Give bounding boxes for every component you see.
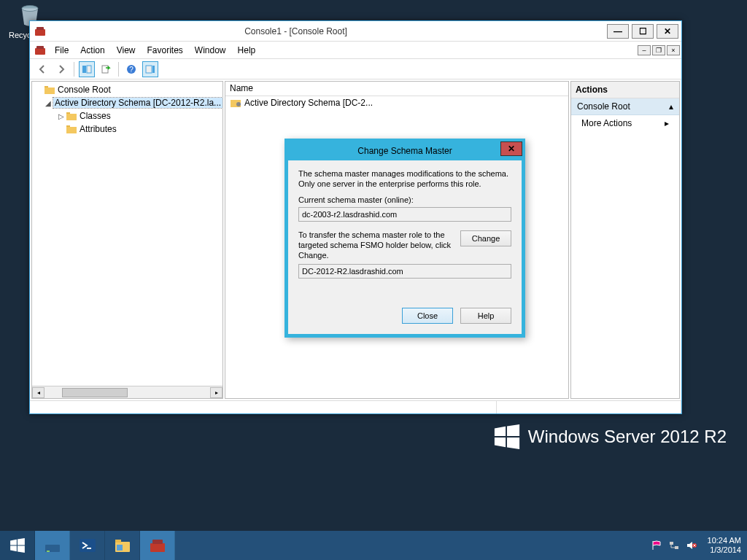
maximize-button[interactable]: ☐ <box>632 24 654 39</box>
tree-console-root[interactable]: Console Root <box>35 83 222 96</box>
actions-pane: Actions Console Root ▴ More Actions ▸ <box>570 81 680 399</box>
svg-marker-23 <box>495 427 506 436</box>
collapse-icon: ▴ <box>669 101 673 112</box>
dialog-close-button[interactable]: ✕ <box>500 141 522 156</box>
menu-view[interactable]: View <box>111 44 142 57</box>
mdi-restore-button[interactable]: ❐ <box>652 45 665 55</box>
list-item-label: Active Directory Schema [DC-2... <box>244 98 373 108</box>
tree-attributes[interactable]: Attributes <box>35 122 222 136</box>
desktop: Recycle Bin Console1 - [Console Root] — … <box>0 0 747 560</box>
svg-marker-30 <box>18 546 25 553</box>
taskbar-powershell[interactable] <box>70 531 105 560</box>
folder-icon <box>66 124 77 134</box>
titlebar[interactable]: Console1 - [Console Root] — ☐ ✕ <box>30 21 681 42</box>
svg-rect-5 <box>36 46 44 49</box>
taskbar-mmc[interactable] <box>140 531 175 560</box>
menu-window[interactable]: Window <box>189 44 232 57</box>
tray-flag-icon[interactable] <box>651 540 662 551</box>
expander-icon[interactable]: ◢ <box>45 99 51 107</box>
expander-icon[interactable]: ▷ <box>57 112 66 120</box>
dialog-intro-text: The schema master manages modifications … <box>298 169 511 190</box>
svg-text:?: ? <box>129 66 133 74</box>
close-dialog-button[interactable]: Close <box>402 308 453 324</box>
taskbar-server-manager[interactable] <box>35 531 70 560</box>
tree-label: Console Root <box>58 85 111 95</box>
svg-rect-37 <box>117 545 123 551</box>
mdi-minimize-button[interactable]: – <box>638 45 651 55</box>
clock-date: 1/3/2014 <box>708 545 741 555</box>
menu-file[interactable]: File <box>49 44 74 57</box>
submenu-arrow-icon: ▸ <box>665 118 669 128</box>
change-button[interactable]: Change <box>460 230 511 246</box>
help-dialog-button[interactable]: Help <box>460 308 511 324</box>
scrollbar-thumb[interactable] <box>62 388 128 397</box>
export-list-button[interactable] <box>98 61 114 77</box>
svg-rect-40 <box>670 542 673 545</box>
taskbar: 10:24 AM 1/3/2014 <box>0 531 747 560</box>
tray-network-icon[interactable] <box>668 540 680 551</box>
status-cell <box>497 401 681 413</box>
dialog-titlebar[interactable]: Change Schema Master ✕ <box>287 141 522 160</box>
tree-classes[interactable]: ▷ Classes <box>35 109 222 122</box>
menu-action[interactable]: Action <box>74 44 110 57</box>
actions-more-actions[interactable]: More Actions ▸ <box>571 115 679 131</box>
help-button[interactable]: ? <box>123 61 139 77</box>
current-master-label: Current schema master (online): <box>298 195 511 206</box>
scroll-left-button[interactable]: ◂ <box>32 387 44 398</box>
ad-schema-icon <box>230 98 241 108</box>
mdi-close-button[interactable]: × <box>667 45 680 55</box>
svg-rect-11 <box>146 66 152 73</box>
minimize-button[interactable]: — <box>607 24 629 39</box>
folder-icon <box>66 111 77 121</box>
svg-rect-33 <box>47 551 50 552</box>
svg-rect-4 <box>35 48 45 55</box>
actions-section-header[interactable]: Console Root ▴ <box>571 98 679 115</box>
menu-help[interactable]: Help <box>232 44 262 57</box>
svg-marker-29 <box>10 546 17 552</box>
horizontal-scrollbar[interactable]: ◂ ▸ <box>32 386 222 398</box>
svg-rect-20 <box>66 127 77 133</box>
os-watermark: Windows Server 2012 R2 <box>493 423 727 451</box>
actions-title: Actions <box>571 82 679 98</box>
windows-logo-icon <box>493 423 521 451</box>
statusbar <box>30 400 681 413</box>
column-header-name[interactable]: Name <box>225 82 568 96</box>
taskbar-explorer[interactable] <box>105 531 140 560</box>
svg-marker-24 <box>507 424 519 436</box>
list-item[interactable]: Active Directory Schema [DC-2... <box>225 96 568 109</box>
dialog-title: Change Schema Master <box>357 146 452 156</box>
toolbar: ? <box>30 59 681 79</box>
menu-favorites[interactable]: Favorites <box>142 44 189 57</box>
svg-rect-14 <box>44 88 55 94</box>
mdi-app-icon <box>34 44 46 56</box>
forward-button[interactable] <box>53 61 69 77</box>
clock-time: 10:24 AM <box>708 536 741 545</box>
svg-point-22 <box>236 102 241 106</box>
svg-rect-18 <box>66 114 77 120</box>
show-hide-action-pane-button[interactable] <box>142 61 158 77</box>
tree-ad-schema[interactable]: ◢ Active Directory Schema [DC-2012-R2.la… <box>35 96 222 109</box>
tree-label: Classes <box>80 111 111 121</box>
svg-rect-36 <box>115 540 121 542</box>
actions-item-label: More Actions <box>581 118 632 128</box>
window-title: Console1 - [Console Root] <box>0 26 607 36</box>
system-tray: 10:24 AM 1/3/2014 <box>645 531 747 560</box>
back-button[interactable] <box>34 61 50 77</box>
svg-rect-41 <box>675 546 678 549</box>
start-button[interactable] <box>0 531 35 560</box>
tree-pane[interactable]: Console Root ◢ Active Directory Schema [… <box>31 81 223 399</box>
actions-section-label: Console Root <box>577 101 630 112</box>
os-watermark-text: Windows Server 2012 R2 <box>528 427 727 447</box>
svg-marker-27 <box>10 540 17 545</box>
svg-rect-32 <box>47 539 58 545</box>
scroll-right-button[interactable]: ▸ <box>210 387 222 398</box>
tray-volume-icon[interactable] <box>686 540 697 551</box>
svg-rect-38 <box>150 543 165 552</box>
taskbar-clock[interactable]: 10:24 AM 1/3/2014 <box>703 536 741 555</box>
status-cell <box>30 401 497 413</box>
svg-marker-25 <box>495 438 506 447</box>
svg-rect-8 <box>102 66 108 73</box>
close-button[interactable]: ✕ <box>657 24 678 39</box>
svg-marker-26 <box>507 438 519 449</box>
show-hide-tree-button[interactable] <box>79 61 95 77</box>
